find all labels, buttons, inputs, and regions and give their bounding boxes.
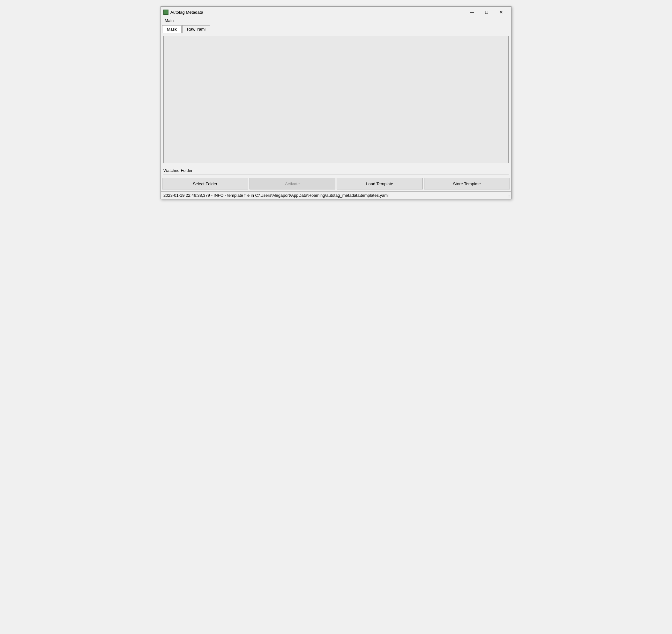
status-message: 2023-01-19 22:46:38,379 - INFO - templat…	[163, 193, 389, 198]
main-panel	[163, 36, 509, 163]
title-bar-controls: — □ ✕	[465, 8, 509, 16]
title-bar: Autotag Metadata — □ ✕	[161, 7, 511, 17]
main-window: Autotag Metadata — □ ✕ Main Mask Raw Yam…	[161, 6, 511, 199]
watched-folder-label: Watched Folder	[163, 167, 509, 174]
content-area	[161, 33, 511, 166]
watched-folder-section: Watched Folder	[161, 166, 511, 176]
status-bar: 2023-01-19 22:46:38,379 - INFO - templat…	[161, 191, 511, 199]
select-folder-button[interactable]: Select Folder	[162, 178, 248, 190]
title-bar-left: Autotag Metadata	[163, 9, 203, 15]
app-icon	[163, 9, 168, 15]
menu-bar: Main	[161, 17, 511, 24]
tab-raw-yaml[interactable]: Raw Yaml	[182, 25, 210, 33]
minimize-button[interactable]: —	[465, 8, 479, 16]
activate-button[interactable]: Activate	[250, 178, 336, 190]
maximize-button[interactable]: □	[479, 8, 494, 16]
tabs-container: Mask Raw Yaml	[161, 24, 511, 33]
store-template-button[interactable]: Store Template	[424, 178, 510, 190]
resize-handle[interactable]: ⠿	[507, 195, 511, 199]
tab-mask[interactable]: Mask	[162, 25, 182, 33]
menu-item-main[interactable]: Main	[162, 18, 176, 24]
window-title: Autotag Metadata	[170, 10, 203, 15]
load-template-button[interactable]: Load Template	[337, 178, 423, 190]
window-body: Watched Folder Select Folder Activate Lo…	[161, 33, 511, 199]
close-button[interactable]: ✕	[494, 8, 509, 16]
buttons-row: Select Folder Activate Load Template Sto…	[161, 176, 511, 191]
divider	[163, 174, 509, 174]
